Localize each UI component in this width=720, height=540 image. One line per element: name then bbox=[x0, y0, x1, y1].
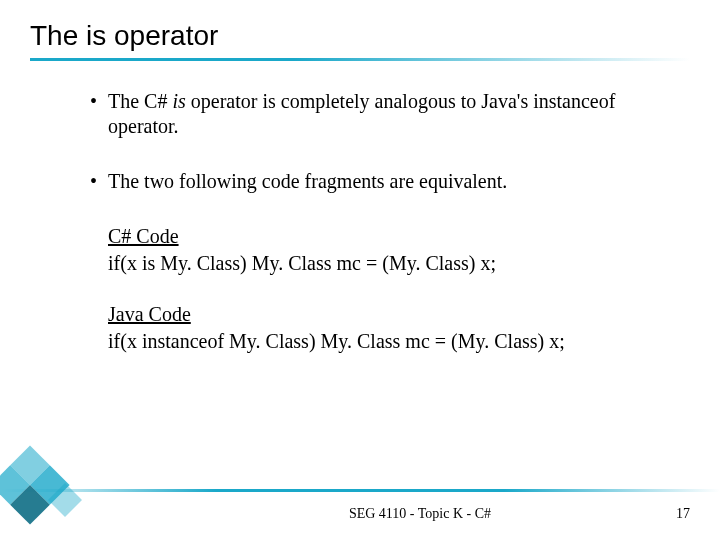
java-label: Java Code bbox=[108, 302, 660, 327]
java-block: Java Code if(x instanceof My. Class) My.… bbox=[108, 302, 660, 354]
bullet-2: The two following code fragments are equ… bbox=[90, 169, 660, 194]
footer-text: SEG 4110 - Topic K - C# bbox=[0, 506, 720, 522]
csharp-block: C# Code if(x is My. Class) My. Class mc … bbox=[108, 224, 660, 276]
bullet-1: The C# is operator is completely analogo… bbox=[90, 89, 660, 139]
csharp-code: if(x is My. Class) My. Class mc = (My. C… bbox=[108, 251, 660, 276]
footer-divider bbox=[0, 489, 720, 492]
csharp-label: C# Code bbox=[108, 224, 660, 249]
slide: The is operator The C# is operator is co… bbox=[0, 0, 720, 540]
slide-title: The is operator bbox=[30, 20, 690, 52]
java-code: if(x instanceof My. Class) My. Class mc … bbox=[108, 329, 660, 354]
slide-content: The C# is operator is completely analogo… bbox=[30, 89, 690, 354]
page-number: 17 bbox=[676, 506, 690, 522]
bullet-2-text: The two following code fragments are equ… bbox=[108, 170, 507, 192]
title-divider bbox=[30, 58, 690, 61]
bullet-1-pre: The C# bbox=[108, 90, 172, 112]
bullet-1-is: is bbox=[172, 90, 185, 112]
